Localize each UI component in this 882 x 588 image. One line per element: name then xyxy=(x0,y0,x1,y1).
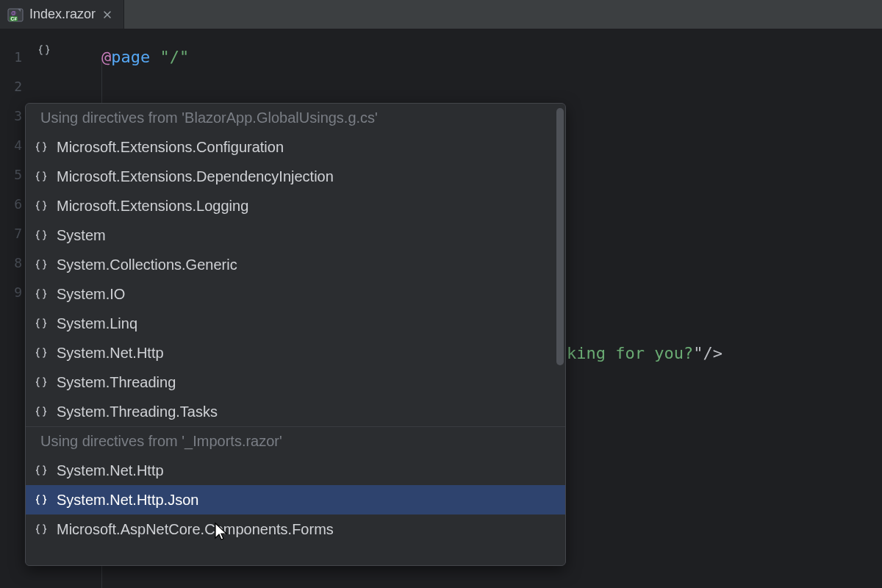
namespace-icon xyxy=(33,286,49,302)
line-number: 6 xyxy=(0,190,22,219)
svg-text:C#: C# xyxy=(11,15,18,21)
line-number: 9 xyxy=(0,278,22,307)
editor-area: 1 2 3 4 5 6 7 8 9 @page "/" king for you… xyxy=(0,29,882,588)
completion-group-header: Using directives from '_Imports.razor' xyxy=(26,426,565,456)
namespace-icon xyxy=(33,168,49,184)
namespace-icon xyxy=(33,374,49,390)
tab-filename: Index.razor xyxy=(29,7,96,22)
svg-text:@: @ xyxy=(11,10,16,15)
at-token: @ xyxy=(101,48,111,66)
keyword-token: page xyxy=(111,48,150,66)
completion-item-label: System.Linq xyxy=(57,315,137,332)
completion-item[interactable]: Microsoft.AspNetCore.Components.Forms xyxy=(26,514,565,544)
completion-item-label: System.Net.Http.Json xyxy=(57,492,198,509)
namespace-icon xyxy=(33,404,49,420)
scrollbar-thumb[interactable] xyxy=(556,108,564,365)
tab-bar: @ C# Index.razor xyxy=(0,0,882,29)
completion-item-label: Microsoft.Extensions.Logging xyxy=(57,198,248,215)
tag-token: "/> xyxy=(693,344,723,362)
completion-item-label: System.Threading xyxy=(57,374,176,391)
completion-item[interactable]: Microsoft.Extensions.Configuration xyxy=(26,132,565,162)
completion-item-label: Microsoft.AspNetCore.Components.Forms xyxy=(57,521,334,538)
completion-item[interactable]: System.Linq xyxy=(26,309,565,338)
completion-item[interactable]: System.Threading xyxy=(26,368,565,397)
code-line-1[interactable]: @page "/" xyxy=(101,43,882,72)
namespace-icon xyxy=(33,139,49,155)
completion-item[interactable]: System.Net.Http xyxy=(26,338,565,368)
completion-list[interactable]: Using directives from 'BlazorApp.GlobalU… xyxy=(26,104,565,565)
csharp-razor-file-icon: @ C# xyxy=(7,7,24,23)
completion-item-label: System xyxy=(57,227,106,244)
namespace-icon[interactable] xyxy=(37,43,51,57)
close-icon[interactable] xyxy=(101,9,113,21)
code-fragment-right: king for you?"/> xyxy=(567,344,723,362)
line-number: 3 xyxy=(0,101,22,131)
namespace-icon xyxy=(33,257,49,273)
completion-item-label: System.IO xyxy=(57,286,125,303)
namespace-icon xyxy=(33,198,49,214)
completion-item[interactable]: System.IO xyxy=(26,279,565,309)
completion-item[interactable]: System.Threading.Tasks xyxy=(26,397,565,426)
string-token: king for you? xyxy=(567,344,693,362)
completion-item-label: System.Collections.Generic xyxy=(57,257,237,273)
completion-item-label: Microsoft.Extensions.DependencyInjection xyxy=(57,168,334,185)
line-number: 5 xyxy=(0,160,22,190)
completion-item[interactable]: System.Collections.Generic xyxy=(26,250,565,279)
completion-item-label: System.Threading.Tasks xyxy=(57,404,218,420)
namespace-icon xyxy=(33,227,49,243)
tab-index-razor[interactable]: @ C# Index.razor xyxy=(0,0,124,29)
completion-group-header: Using directives from 'BlazorApp.GlobalU… xyxy=(26,104,565,132)
completion-item[interactable]: System.Net.Http xyxy=(26,456,565,485)
namespace-icon xyxy=(33,315,49,331)
namespace-icon xyxy=(33,521,49,537)
line-number: 1 xyxy=(0,43,22,72)
completion-item[interactable]: System.Net.Http.Json xyxy=(26,485,565,514)
completion-popup: Using directives from 'BlazorApp.GlobalU… xyxy=(25,103,566,566)
completion-item[interactable]: Microsoft.Extensions.DependencyInjection xyxy=(26,162,565,191)
completion-item-label: System.Net.Http xyxy=(57,345,164,362)
completion-item-label: Microsoft.Extensions.Configuration xyxy=(57,139,284,156)
line-number: 2 xyxy=(0,72,22,101)
line-number: 7 xyxy=(0,219,22,248)
line-number: 8 xyxy=(0,248,22,278)
completion-item[interactable]: Microsoft.Extensions.Logging xyxy=(26,191,565,220)
namespace-icon xyxy=(33,462,49,478)
namespace-icon xyxy=(33,345,49,361)
string-token: "/" xyxy=(159,48,189,66)
completion-item[interactable]: System xyxy=(26,220,565,250)
completion-item-label: System.Net.Http xyxy=(57,462,164,479)
namespace-icon xyxy=(33,492,49,508)
line-number: 4 xyxy=(0,131,22,160)
